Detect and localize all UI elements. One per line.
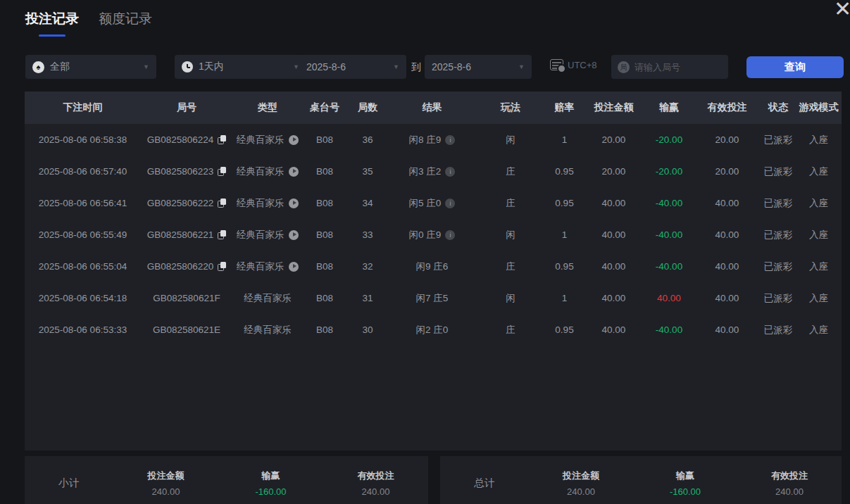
column-header: 状态 bbox=[761, 101, 796, 114]
video-icon[interactable] bbox=[289, 199, 299, 208]
cell-win-loss: -20.00 bbox=[644, 166, 694, 177]
chevron-down-icon: ▼ bbox=[393, 63, 399, 70]
cell-game-type: 经典百家乐 bbox=[232, 165, 303, 178]
cell-win-loss: -40.00 bbox=[644, 261, 694, 272]
chevron-down-icon: ▼ bbox=[293, 63, 299, 70]
query-button[interactable]: 查询 bbox=[746, 56, 844, 78]
cell-round-no: 32 bbox=[346, 261, 389, 272]
cell-valid-bet: 40.00 bbox=[694, 325, 761, 335]
cell-table-no: B08 bbox=[303, 198, 346, 208]
cell-odds: 0.95 bbox=[546, 166, 583, 177]
video-icon[interactable] bbox=[289, 167, 299, 177]
summary-stat-value: 240.00 bbox=[113, 486, 218, 497]
tab-bet-records[interactable]: 投注记录 bbox=[25, 10, 79, 37]
cell-result: 闲9 庄6 bbox=[389, 260, 475, 273]
summary-stat: 投注金额240.00 bbox=[113, 470, 218, 497]
copy-icon[interactable] bbox=[218, 135, 226, 144]
column-header: 有效投注 bbox=[694, 101, 761, 114]
cell-game-mode: 入座 bbox=[796, 197, 842, 210]
cell-status: 已派彩 bbox=[761, 229, 796, 241]
round-number-input[interactable] bbox=[635, 62, 722, 73]
cell-game-type: 经典百家乐 bbox=[232, 324, 303, 336]
cell-play-type: 闲 bbox=[475, 134, 546, 146]
cell-play-type: 庄 bbox=[475, 324, 546, 336]
video-icon[interactable] bbox=[289, 262, 299, 272]
tab-credit-records[interactable]: 额度记录 bbox=[99, 10, 152, 37]
cell-game-mode: 入座 bbox=[796, 292, 842, 305]
table-row: 2025-08-06 06:57:40GB0825806223经典百家乐B083… bbox=[25, 156, 842, 187]
cell-bet-time: 2025-08-06 06:55:49 bbox=[25, 229, 141, 240]
subtotal-label: 小计 bbox=[25, 477, 113, 490]
copy-icon[interactable] bbox=[218, 230, 226, 239]
table-header: 下注时间局号类型桌台号局数结果玩法赔率投注金额输赢有效投注状态游戏模式 bbox=[25, 92, 842, 124]
cell-valid-bet: 40.00 bbox=[694, 293, 761, 303]
cell-odds: 1 bbox=[546, 134, 583, 145]
summary-stat: 输赢-160.00 bbox=[633, 470, 737, 497]
game-type-dropdown[interactable]: ♠ 全部 ▼ bbox=[25, 55, 156, 79]
calendar-clock-icon bbox=[550, 59, 563, 70]
time-range-dropdown[interactable]: 1天内 ▼ bbox=[175, 55, 306, 79]
copy-icon[interactable] bbox=[218, 262, 226, 271]
video-icon[interactable] bbox=[289, 135, 299, 145]
cell-bet-amount: 20.00 bbox=[583, 166, 644, 177]
copy-icon[interactable] bbox=[218, 167, 226, 176]
cell-bet-time: 2025-08-06 06:58:38 bbox=[25, 134, 141, 145]
date-from-dropdown[interactable]: 2025-8-6 ▼ bbox=[299, 55, 406, 79]
info-icon[interactable]: i bbox=[445, 167, 455, 177]
cell-bet-amount: 40.00 bbox=[583, 261, 644, 272]
date-to-dropdown[interactable]: 2025-8-6 ▼ bbox=[425, 55, 532, 79]
cell-valid-bet: 40.00 bbox=[694, 261, 761, 272]
cell-round-id: GB0825806224 bbox=[141, 134, 232, 145]
cell-game-type: 经典百家乐 bbox=[232, 197, 303, 210]
cell-round-id: GB0825806221 bbox=[141, 229, 232, 240]
cell-bet-time: 2025-08-06 06:54:18 bbox=[25, 293, 141, 303]
cell-table-no: B08 bbox=[303, 229, 346, 240]
cell-valid-bet: 40.00 bbox=[694, 198, 761, 208]
cell-play-type: 庄 bbox=[475, 197, 546, 210]
cell-bet-amount: 40.00 bbox=[583, 325, 644, 335]
cell-odds: 1 bbox=[546, 293, 583, 303]
summary-stat-value: 240.00 bbox=[529, 486, 633, 497]
cell-round-no: 35 bbox=[346, 166, 389, 177]
cell-bet-amount: 40.00 bbox=[583, 198, 644, 208]
cell-table-no: B08 bbox=[303, 293, 346, 303]
table-row: 2025-08-06 06:56:41GB0825806222经典百家乐B083… bbox=[25, 187, 842, 219]
info-icon[interactable]: i bbox=[445, 230, 455, 240]
summary-stat: 有效投注240.00 bbox=[737, 470, 842, 497]
copy-icon[interactable] bbox=[218, 199, 226, 208]
cell-round-no: 36 bbox=[346, 134, 389, 145]
info-icon[interactable]: i bbox=[445, 199, 455, 208]
cell-game-type: 经典百家乐 bbox=[232, 260, 303, 273]
tab-bet-records-label: 投注记录 bbox=[25, 11, 79, 26]
info-icon[interactable]: i bbox=[445, 135, 455, 145]
cell-game-type: 经典百家乐 bbox=[232, 292, 303, 305]
cell-round-no: 33 bbox=[346, 229, 389, 240]
column-header: 下注时间 bbox=[25, 101, 141, 114]
cell-win-loss: -40.00 bbox=[644, 198, 694, 208]
summary-stat-label: 投注金额 bbox=[529, 470, 633, 482]
cell-status: 已派彩 bbox=[761, 197, 796, 210]
summary-stat-label: 有效投注 bbox=[323, 470, 428, 482]
cell-round-no: 30 bbox=[346, 325, 389, 335]
cell-valid-bet: 20.00 bbox=[694, 134, 761, 145]
cell-result: 闲7 庄5 bbox=[389, 292, 475, 305]
column-header: 赔率 bbox=[546, 101, 583, 114]
date-to-value: 2025-8-6 bbox=[432, 61, 471, 73]
cell-win-loss: -40.00 bbox=[644, 229, 694, 240]
cell-round-no: 34 bbox=[346, 198, 389, 208]
cell-valid-bet: 20.00 bbox=[694, 166, 761, 177]
summary-stat-value: -160.00 bbox=[218, 486, 323, 497]
cell-bet-time: 2025-08-06 06:56:41 bbox=[25, 198, 141, 208]
cell-status: 已派彩 bbox=[761, 292, 796, 305]
column-header: 投注金额 bbox=[583, 101, 644, 114]
timezone-indicator: UTC+8 bbox=[550, 59, 597, 70]
column-header: 结果 bbox=[389, 101, 475, 114]
cell-status: 已派彩 bbox=[761, 165, 796, 178]
date-from-value: 2025-8-6 bbox=[306, 61, 346, 73]
total-label: 总计 bbox=[440, 477, 529, 490]
column-header: 输赢 bbox=[644, 101, 694, 114]
video-icon[interactable] bbox=[289, 230, 299, 240]
column-header: 类型 bbox=[232, 101, 303, 114]
close-icon[interactable]: ✕ bbox=[834, 0, 850, 20]
cell-odds: 0.95 bbox=[546, 261, 583, 272]
